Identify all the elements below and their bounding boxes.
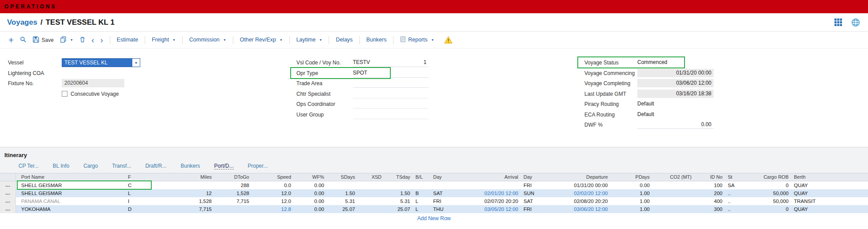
estimate-button[interactable]: Estimate <box>114 35 142 45</box>
cell-function[interactable]: C <box>122 181 175 189</box>
cell-bl[interactable] <box>413 181 430 189</box>
vessel-dropdown[interactable]: TEST VESSEL KL ▼ <box>62 58 140 67</box>
cell-arrival-day[interactable]: FRI <box>430 197 455 205</box>
cell-bl[interactable]: B <box>413 189 430 197</box>
cell-co2[interactable] <box>652 205 694 213</box>
cell-port-name[interactable]: YOKOHAMA <box>16 205 122 213</box>
delete-button[interactable] <box>76 34 89 46</box>
cell-xsd[interactable] <box>358 181 384 189</box>
cell-departure-day[interactable]: FRI <box>521 205 542 213</box>
add-new-row-link[interactable]: Add New Row <box>417 215 451 221</box>
cell-arrival[interactable]: 03/05/20 12:00 <box>455 205 521 213</box>
cell-port-name[interactable]: PANAMA CANAL <box>16 197 122 205</box>
cell-miles[interactable]: 12 <box>175 189 214 197</box>
vsl-code-field[interactable]: TESTV 1 <box>353 58 429 67</box>
cell-tsday[interactable]: 1.50 <box>384 189 413 197</box>
row-menu-button[interactable]: … <box>0 205 16 213</box>
eca-routing-field[interactable]: Default <box>637 110 714 119</box>
cell-arrival[interactable]: 02/07/20 20:20 <box>455 197 521 205</box>
tab-transfer[interactable]: Transf... <box>112 163 131 169</box>
cell-berth[interactable]: QUAY <box>791 189 831 197</box>
grid-view-icon[interactable] <box>833 17 843 27</box>
cell-dtogo[interactable]: 1,528 <box>214 189 252 197</box>
cell-port-name[interactable]: SHELL GEISMAR <box>16 189 122 197</box>
cell-pdays[interactable]: 1.00 <box>610 189 652 197</box>
cell-arrival-day[interactable]: SAT <box>430 189 455 197</box>
cell-cargo-rob[interactable]: 0 <box>745 181 791 189</box>
tab-bunkers[interactable]: Bunkers <box>180 163 200 169</box>
cell-speed[interactable]: 12.0 <box>252 189 294 197</box>
cell-departure-day[interactable]: SUN <box>521 189 542 197</box>
tab-port-dates[interactable]: Port/D... <box>214 163 234 169</box>
tab-cp-terms[interactable]: CP Ter... <box>19 163 39 169</box>
cell-dtogo[interactable]: 7,715 <box>214 197 252 205</box>
piracy-routing-field[interactable]: Default <box>637 100 714 108</box>
user-group-field[interactable] <box>353 110 429 119</box>
cell-speed[interactable]: 12.0 <box>252 197 294 205</box>
cell-id-no[interactable]: 300 <box>694 205 725 213</box>
bunkers-button[interactable]: Bunkers <box>363 35 390 45</box>
other-rev-exp-menu[interactable]: Other Rev/Exp ▼ <box>237 35 286 45</box>
reports-menu[interactable]: Reports ▼ <box>397 34 437 45</box>
cell-miles[interactable]: 7,715 <box>175 205 214 213</box>
cell-st[interactable]: .. <box>725 205 745 213</box>
cell-cargo-rob[interactable]: 50,000 <box>745 189 791 197</box>
cell-departure-day[interactable]: SAT <box>521 197 542 205</box>
cell-tsday[interactable]: 25.07 <box>384 205 413 213</box>
cell-miles[interactable]: 1,528 <box>175 197 214 205</box>
save-button[interactable]: Save <box>30 34 56 46</box>
cell-xsd[interactable] <box>358 197 384 205</box>
cell-dtogo[interactable]: 288 <box>214 181 252 189</box>
voyage-status-field[interactable]: Commenced <box>637 58 714 67</box>
ops-coordinator-field[interactable] <box>353 100 429 109</box>
chtr-specialist-field[interactable] <box>353 90 429 98</box>
cell-pdays[interactable]: 1.00 <box>610 205 652 213</box>
fixture-no-field[interactable]: 20200604 <box>62 79 124 87</box>
cell-bl[interactable]: L <box>413 197 430 205</box>
cell-function[interactable]: L <box>122 189 175 197</box>
cell-wf[interactable]: 0.00 <box>294 197 327 205</box>
cell-st[interactable]: .. <box>725 189 745 197</box>
cell-st[interactable]: SA <box>725 181 745 189</box>
trade-area-field[interactable] <box>353 79 429 88</box>
cell-st[interactable]: .. <box>725 197 745 205</box>
cell-departure[interactable]: 02/02/20 12:00 <box>542 189 610 197</box>
add-button[interactable]: + <box>5 35 17 45</box>
tab-properties[interactable]: Proper... <box>248 163 268 169</box>
cell-id-no[interactable]: 200 <box>694 189 725 197</box>
back-button[interactable]: ‹ <box>89 35 97 45</box>
row-menu-button[interactable]: … <box>0 181 16 189</box>
consecutive-voyage-checkbox[interactable] <box>62 91 67 97</box>
cell-departure[interactable]: 03/06/20 12:00 <box>542 205 610 213</box>
cell-arrival-day[interactable] <box>430 181 455 189</box>
cell-pdays[interactable]: 1.00 <box>610 197 652 205</box>
cell-wf[interactable]: 0.00 <box>294 181 327 189</box>
warning-icon[interactable] <box>444 36 453 44</box>
cell-wf[interactable]: 0.00 <box>294 205 327 213</box>
commission-menu[interactable]: Commission ▼ <box>186 35 229 45</box>
cell-departure[interactable]: 01/31/20 00:00 <box>542 181 610 189</box>
cell-port-name[interactable]: SHELL GEISMAR <box>16 181 122 189</box>
cell-dtogo[interactable] <box>214 205 252 213</box>
cell-speed[interactable]: 0.0 <box>252 181 294 189</box>
cell-cargo-rob[interactable]: 0 <box>745 205 791 213</box>
cell-bl[interactable]: L <box>413 205 430 213</box>
cell-co2[interactable] <box>652 189 694 197</box>
tab-bl-info[interactable]: BL Info <box>53 163 70 169</box>
cell-arrival[interactable]: 02/01/20 12:00 <box>455 189 521 197</box>
cell-xsd[interactable] <box>358 189 384 197</box>
cell-departure[interactable]: 02/08/20 20:20 <box>542 197 610 205</box>
cell-arrival-day[interactable]: THU <box>430 205 455 213</box>
cell-departure-day[interactable]: FRI <box>521 181 542 189</box>
cell-berth[interactable]: TRANSIT <box>791 197 831 205</box>
tab-draft-restrictions[interactable]: Draft/R... <box>145 163 166 169</box>
cell-id-no[interactable]: 100 <box>694 181 725 189</box>
cell-miles[interactable] <box>175 181 214 189</box>
cell-tsday[interactable] <box>384 181 413 189</box>
cell-cargo-rob[interactable]: 50,000 <box>745 197 791 205</box>
search-button[interactable] <box>17 34 30 46</box>
cell-function[interactable]: D <box>122 205 175 213</box>
cell-sdays[interactable] <box>327 181 358 189</box>
cell-sdays[interactable]: 25.07 <box>327 205 358 213</box>
cell-berth[interactable]: QUAY <box>791 181 831 189</box>
